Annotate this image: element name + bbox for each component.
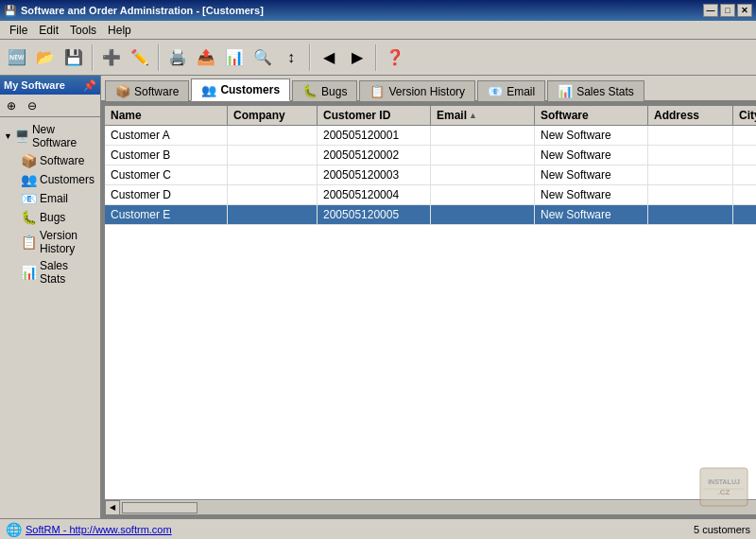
cell-customerId: 200505120002 xyxy=(318,146,431,165)
col-header-address[interactable]: Address xyxy=(648,106,733,125)
cell-email xyxy=(431,185,535,204)
tab-software[interactable]: 📦 Software xyxy=(105,80,189,101)
sidebar: My Software 📌 ⊕ ⊖ ▼ 🖥️ New Software 📦 So… xyxy=(0,76,101,518)
title-bar: 💾 Software and Order Administration - [C… xyxy=(0,0,756,21)
sidebar-item-customers[interactable]: 👥 Customers xyxy=(19,170,96,189)
cell-software: New Software xyxy=(535,165,648,184)
table-row[interactable]: Customer C200505120003New Software xyxy=(105,165,756,185)
col-header-software[interactable]: Software xyxy=(535,106,648,125)
print-button[interactable]: 🖨️ xyxy=(164,44,191,71)
status-left: 🌐 SoftRM - http://www.softrm.com xyxy=(6,522,172,537)
version-icon: 📋 xyxy=(21,235,37,250)
cell-name: Customer A xyxy=(105,126,228,145)
filter-button[interactable]: 🔍 xyxy=(249,44,276,71)
title-bar-controls[interactable]: — □ ✕ xyxy=(703,4,752,17)
cell-company xyxy=(228,146,318,165)
h-scrollbar[interactable]: ◀ ▶ xyxy=(105,499,756,514)
tab-stats-icon: 📊 xyxy=(558,84,573,98)
minimize-button[interactable]: — xyxy=(703,4,718,17)
cell-company xyxy=(228,205,318,224)
col-header-custid-label: Customer ID xyxy=(323,109,390,122)
stats-icon: 📊 xyxy=(21,265,37,280)
status-link[interactable]: SoftRM - http://www.softrm.com xyxy=(26,524,172,535)
watermark: INSTALUJ .CZ xyxy=(696,463,752,511)
scroll-left[interactable]: ◀ xyxy=(105,500,120,515)
tab-version-history[interactable]: 📋 Version History xyxy=(359,80,475,101)
software-icon: 📦 xyxy=(21,153,37,168)
sidebar-item-bugs[interactable]: 🐛 Bugs xyxy=(19,208,96,227)
col-header-name[interactable]: Name xyxy=(105,106,228,125)
table-body: Customer A200505120001New SoftwareCustom… xyxy=(105,126,756,499)
new-button[interactable]: 🆕 xyxy=(4,44,30,71)
edit-button[interactable]: ✏️ xyxy=(127,44,153,71)
add-button[interactable]: ➕ xyxy=(98,44,125,71)
tab-customers[interactable]: 👥 Customers xyxy=(191,78,290,101)
sidebar-label-customers: Customers xyxy=(40,173,94,186)
sidebar-collapse-btn[interactable]: ⊖ xyxy=(23,97,42,114)
sidebar-header: My Software 📌 xyxy=(0,76,100,95)
app-icon: 💾 xyxy=(4,5,17,17)
tab-email[interactable]: 📧 Email xyxy=(477,80,545,101)
status-globe-icon: 🌐 xyxy=(6,522,22,537)
cell-city xyxy=(733,205,756,224)
cell-software: New Software xyxy=(535,126,648,145)
cell-address xyxy=(648,205,733,224)
scroll-track[interactable] xyxy=(120,501,756,514)
col-header-email[interactable]: Email ▲ xyxy=(431,106,535,125)
sidebar-label-version: Version History xyxy=(40,229,94,255)
help-button[interactable]: ❓ xyxy=(382,44,408,71)
tab-bugs-icon: 🐛 xyxy=(302,84,318,98)
col-header-software-label: Software xyxy=(541,109,589,122)
tab-bugs[interactable]: 🐛 Bugs xyxy=(292,80,357,101)
chart-button[interactable]: 📊 xyxy=(221,44,248,71)
tab-version-icon: 📋 xyxy=(369,84,385,98)
svg-rect-0 xyxy=(700,468,747,506)
prev-button[interactable]: ◀ xyxy=(316,44,342,71)
sort-button[interactable]: ↕️ xyxy=(278,44,304,71)
toolbar-sep-1 xyxy=(92,44,94,71)
cell-company xyxy=(228,165,318,184)
menu-help[interactable]: Help xyxy=(102,22,137,39)
tab-bugs-label: Bugs xyxy=(321,85,347,98)
save-button[interactable]: 💾 xyxy=(60,44,87,71)
email-icon: 📧 xyxy=(21,191,37,206)
next-button[interactable]: ▶ xyxy=(344,44,370,71)
menu-file[interactable]: File xyxy=(4,22,33,39)
cell-email xyxy=(431,165,535,184)
sidebar-item-email[interactable]: 📧 Email xyxy=(19,189,96,208)
close-button[interactable]: ✕ xyxy=(737,4,752,17)
sidebar-item-sales-stats[interactable]: 📊 Sales Stats xyxy=(19,257,96,287)
col-header-address-label: Address xyxy=(654,109,699,122)
sidebar-expand-btn[interactable]: ⊕ xyxy=(2,97,21,114)
cell-city xyxy=(733,165,756,184)
scroll-thumb[interactable] xyxy=(122,502,198,513)
tree-root: ▼ 🖥️ New Software 📦 Software 👥 Customers… xyxy=(4,121,96,287)
table-row[interactable]: Customer A200505120001New Software xyxy=(105,126,756,146)
tab-email-label: Email xyxy=(507,85,535,98)
toolbar-sep-4 xyxy=(375,44,377,71)
table-row[interactable]: Customer B200505120002New Software xyxy=(105,146,756,165)
maximize-button[interactable]: □ xyxy=(720,4,735,17)
tree-root-item[interactable]: ▼ 🖥️ New Software xyxy=(4,121,96,151)
col-header-custid[interactable]: Customer ID xyxy=(318,106,431,125)
export-button[interactable]: 📤 xyxy=(193,44,219,71)
sidebar-item-version-history[interactable]: 📋 Version History xyxy=(19,227,96,257)
tab-sales-stats[interactable]: 📊 Sales Stats xyxy=(547,80,644,101)
open-button[interactable]: 📂 xyxy=(32,44,59,71)
bugs-icon: 🐛 xyxy=(21,210,37,225)
cell-city xyxy=(733,146,756,165)
menu-edit[interactable]: Edit xyxy=(33,22,64,39)
sidebar-label-software: Software xyxy=(40,154,84,167)
table-row[interactable]: Customer E200505120005New Software xyxy=(105,205,756,225)
sidebar-item-software[interactable]: 📦 Software xyxy=(19,151,96,170)
menu-tools[interactable]: Tools xyxy=(64,22,102,39)
col-header-city[interactable]: City xyxy=(733,106,756,125)
col-header-company[interactable]: Company xyxy=(228,106,318,125)
cell-software: New Software xyxy=(535,185,648,204)
sidebar-label-email: Email xyxy=(40,192,68,205)
tab-software-icon: 📦 xyxy=(115,84,130,98)
sidebar-pin-icon[interactable]: 📌 xyxy=(83,79,96,92)
tree-expand-icon[interactable]: ▼ xyxy=(4,131,12,141)
main-layout: My Software 📌 ⊕ ⊖ ▼ 🖥️ New Software 📦 So… xyxy=(0,76,756,518)
table-row[interactable]: Customer D200505120004New Software xyxy=(105,185,756,205)
